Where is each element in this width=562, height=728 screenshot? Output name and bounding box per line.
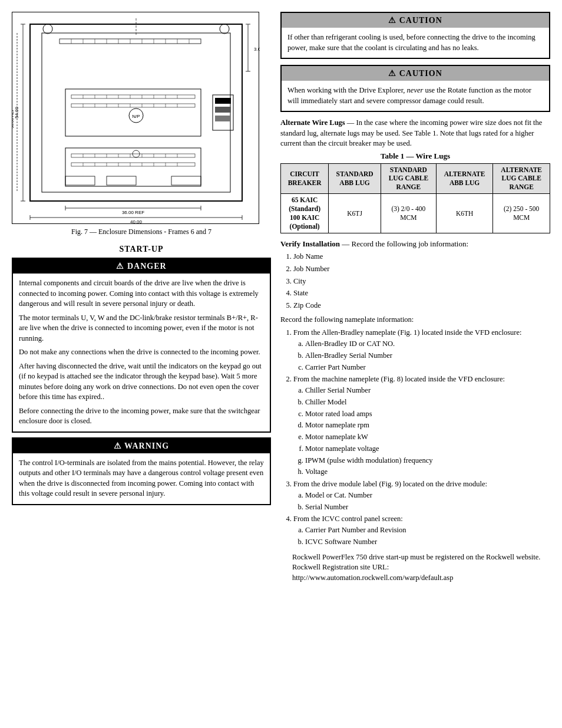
figure-caption: Fig. 7 — Enclosure Dimensions - Frames 6… (12, 228, 271, 236)
danger-p2: The motor terminals U, V, W and the DC-l… (19, 313, 264, 344)
col-header-alt-range: ALTERNATELUG CABLERANGE (493, 163, 550, 194)
list-item: Motor rated load amps (305, 409, 550, 420)
caution-text-1: If other than refrigerant cooling is use… (287, 33, 535, 52)
list-item: Allen-Bradley Serial Number (305, 350, 550, 361)
verify-title: Verify Installation — Record the followi… (280, 239, 550, 249)
caution-box-1: ⚠ CAUTION If other than refrigerant cool… (280, 12, 550, 59)
list-item: From the machine nameplete (Fig. 8) loca… (293, 374, 550, 477)
svg-text:N/P: N/P (132, 114, 140, 119)
caution-label-1: CAUTION (399, 16, 442, 25)
sub-list-2: Chiller Serial Number Chiller Model Moto… (305, 385, 550, 477)
list-item: Chiller Model (305, 397, 550, 408)
figure-diagram: N/P (12, 12, 259, 224)
cell-breaker: 65 KAIC(Standard)100 KAIC(Optional) (281, 194, 329, 233)
svg-text:54.00: 54.00 (14, 106, 19, 118)
caution-label-2: CAUTION (399, 69, 442, 78)
list-item: Allen-Bradley ID or CAT NO. (305, 338, 550, 350)
caution-box-2: ⚠ CAUTION When working with the Drive Ex… (280, 65, 550, 112)
svg-rect-17 (65, 89, 201, 136)
list-item: IPWM (pulse width modulation) frequency (305, 455, 550, 466)
danger-icon: ⚠ (116, 262, 124, 271)
list-item: Serial Number (305, 502, 550, 513)
svg-rect-41 (215, 116, 231, 121)
list-item: Motor nameplate voltage (305, 443, 550, 454)
list-item: Chiller Serial Number (305, 385, 550, 396)
col-header-std-range: STANDARDLUG CABLERANGE (381, 163, 436, 194)
verify-suffix: — Record the following job information: (340, 239, 468, 248)
warning-text: The control I/O-terminals are isolated f… (19, 459, 264, 498)
svg-rect-0 (30, 24, 242, 201)
list-item: Motor nameplate kW (305, 431, 550, 443)
startup-title: START-UP (12, 245, 271, 254)
sub-list-1: Allen-Bradley ID or CAT NO. Allen-Bradle… (305, 338, 550, 373)
list-item: Carrier Part Number (305, 362, 550, 373)
svg-rect-65 (65, 176, 95, 185)
svg-rect-66 (107, 176, 136, 185)
caution-content-2: When working with the Drive Explorer, ne… (282, 81, 549, 111)
caution-italic: never (407, 86, 424, 94)
nameplate-list: From the Allen-Bradley nameplate (Fig. 1… (293, 327, 550, 547)
list-item: From the drive module label (Fig. 9) loc… (293, 479, 550, 512)
danger-p1: Internal components and circuit boards o… (19, 278, 264, 309)
caution-header-2: ⚠ CAUTION (282, 66, 549, 81)
alt-wire-lugs-heading: Alternate Wire Lugs (280, 118, 345, 127)
svg-rect-18 (71, 95, 195, 98)
list-item: Zip Code (293, 300, 550, 311)
svg-rect-39 (215, 98, 231, 104)
list-item: ICVC Software Number (305, 536, 550, 548)
list-item: Carrier Part Number and Revision (305, 525, 550, 536)
col-header-breaker: CIRCUITBREAKER (281, 163, 329, 194)
svg-rect-67 (171, 176, 201, 185)
list-item: Job Name (293, 251, 550, 262)
verify-heading: Verify Installation (280, 239, 340, 248)
svg-rect-1 (42, 33, 230, 192)
danger-p4: After having disconnected the drive, wai… (19, 361, 264, 403)
list-item: State (293, 288, 550, 299)
list-item: Job Number (293, 263, 550, 275)
sub-list-3: Model or Cat. Number Serial Number (305, 490, 550, 513)
list-item: Model or Cat. Number (305, 490, 550, 501)
list-item: City (293, 276, 550, 287)
svg-text:50.00 REF: 50.00 REF (12, 108, 14, 128)
danger-header: ⚠ DANGER (13, 259, 270, 274)
caution-icon-2: ⚠ (388, 69, 396, 78)
warning-box: ⚠ WARNING The control I/O-terminals are … (12, 437, 271, 505)
danger-p5: Before connecting the drive to the incom… (19, 406, 264, 427)
svg-point-14 (43, 24, 52, 34)
list-item: Voltage (305, 466, 550, 477)
svg-text:36.00 REF: 36.00 REF (122, 210, 144, 215)
cell-alt-range: (2) 250 - 500MCM (493, 194, 550, 233)
cell-std-lug: K6TJ (329, 194, 381, 233)
table-row: 65 KAIC(Standard)100 KAIC(Optional) K6TJ… (281, 194, 550, 233)
cell-std-range: (3) 2/0 - 400MCM (381, 194, 436, 233)
job-info-list: Job Name Job Number City State Zip Code (293, 251, 550, 311)
caution-content-1: If other than refrigerant cooling is use… (282, 28, 549, 58)
nameplate-intro: Record the following nameplate informati… (280, 315, 550, 325)
wire-lugs-table: CIRCUITBREAKER STANDARDABB LUG STANDARDL… (280, 163, 550, 234)
alt-wire-lugs-text: Alternate Wire Lugs — In the case where … (280, 118, 550, 149)
table-title: Table 1 — Wire Lugs (280, 151, 550, 161)
caution-header-1: ⚠ CAUTION (282, 13, 549, 28)
sub-list-4: Carrier Part Number and Revision ICVC So… (305, 525, 550, 548)
warning-content: The control I/O-terminals are isolated f… (13, 453, 270, 504)
cell-alt-lug: K6TH (436, 194, 493, 233)
svg-rect-55 (71, 163, 195, 166)
list-item: From the Allen-Bradley nameplate (Fig. 1… (293, 327, 550, 373)
warning-icon: ⚠ (114, 442, 122, 450)
svg-rect-28 (71, 104, 195, 107)
warning-header: ⚠ WARNING (13, 439, 270, 453)
danger-content: Internal components and circuit boards o… (13, 274, 270, 431)
danger-p3: Do not make any connections when the dri… (19, 347, 264, 358)
danger-label: DANGER (127, 262, 167, 271)
col-header-alt-lug: ALTERNATEABB LUG (436, 163, 493, 194)
list-item: Motor nameplate rpm (305, 420, 550, 431)
caution-icon-1: ⚠ (388, 16, 396, 25)
svg-point-15 (220, 24, 229, 34)
svg-text:40.00: 40.00 (130, 219, 143, 225)
warning-label: WARNING (124, 442, 169, 450)
danger-box: ⚠ DANGER Internal components and circuit… (12, 258, 271, 433)
svg-rect-40 (215, 107, 231, 113)
svg-text:3.00: 3.00 (254, 47, 260, 52)
list-item: From the ICVC control panel screen: Carr… (293, 513, 550, 547)
footer-text: Rockwell PowerFlex 750 drive start-up mu… (292, 552, 550, 584)
